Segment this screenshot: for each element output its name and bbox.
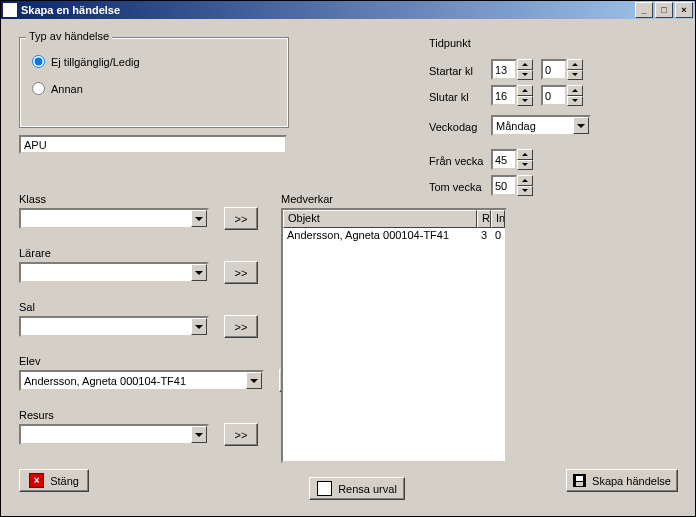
radio-unavailable-input[interactable] [32,55,45,68]
larare-dropdown-button[interactable] [191,264,207,281]
document-icon [317,481,332,496]
minimize-button[interactable]: _ [635,2,653,18]
larare-add-button[interactable]: >> [224,261,258,284]
radio-unavailable[interactable]: Ej tillgänglig/Ledig [32,55,276,68]
from-week-input[interactable] [491,149,517,170]
end-min-up[interactable] [567,85,583,96]
to-week-label: Tom vecka [429,181,482,193]
start-min-input[interactable] [541,59,567,80]
to-week-input[interactable] [491,175,517,196]
start-hour-spinner[interactable] [491,59,533,80]
elev-value: Andersson, Agneta 000104-TF41 [21,375,246,387]
participants-header-row: Objekt R In [283,210,505,228]
close-button-label: Stäng [50,475,79,487]
larare-combo[interactable] [19,262,209,283]
start-hour-up[interactable] [517,59,533,70]
from-week-label: Från vecka [429,155,483,167]
resurs-combo[interactable] [19,424,209,445]
window-title: Skapa en händelse [21,4,633,16]
tidpunkt-heading: Tidpunkt [429,37,471,49]
klass-label: Klass [19,193,46,205]
end-min-input[interactable] [541,85,567,106]
to-week-up[interactable] [517,175,533,186]
end-hour-down[interactable] [517,96,533,107]
start-min-up[interactable] [567,59,583,70]
larare-label: Lärare [19,247,51,259]
app-icon [3,3,17,17]
radio-other-input[interactable] [32,82,45,95]
from-week-down[interactable] [517,160,533,171]
sal-combo[interactable] [19,316,209,337]
subject-input[interactable] [19,135,287,154]
klass-add-button[interactable]: >> [224,207,258,230]
resurs-dropdown-button[interactable] [191,426,207,443]
weekday-label: Veckodag [429,121,477,133]
start-min-spinner[interactable] [541,59,583,80]
clear-button[interactable]: Rensa urval [309,477,405,500]
close-window-button[interactable]: × [675,2,693,18]
radio-unavailable-label: Ej tillgänglig/Ledig [51,56,140,68]
end-hour-spinner[interactable] [491,85,533,106]
to-week-spinner[interactable] [491,175,533,196]
clear-button-label: Rensa urval [338,483,397,495]
close-icon: × [29,473,44,488]
elev-combo[interactable]: Andersson, Agneta 000104-TF41 [19,370,264,391]
col-in[interactable]: In [491,210,505,228]
end-hour-input[interactable] [491,85,517,106]
col-object[interactable]: Objekt [283,210,477,228]
start-min-down[interactable] [567,70,583,81]
start-label: Startar kl [429,65,473,77]
elev-label: Elev [19,355,40,367]
resurs-add-button[interactable]: >> [224,423,258,446]
weekday-combo[interactable]: Måndag [491,115,591,136]
from-week-spinner[interactable] [491,149,533,170]
titlebar: Skapa en händelse _ □ × [1,1,695,19]
klass-combo[interactable] [19,208,209,229]
from-week-up[interactable] [517,149,533,160]
radio-other[interactable]: Annan [32,82,276,95]
event-type-group: Typ av händelse Ej tillgänglig/Ledig Ann… [19,37,289,128]
close-button[interactable]: × Stäng [19,469,89,492]
end-min-down[interactable] [567,96,583,107]
to-week-down[interactable] [517,186,533,197]
start-hour-down[interactable] [517,70,533,81]
maximize-button[interactable]: □ [655,2,673,18]
col-r[interactable]: R [477,210,491,228]
resurs-label: Resurs [19,409,54,421]
weekday-value: Måndag [493,120,573,132]
sal-dropdown-button[interactable] [191,318,207,335]
cell-r: 3 [477,228,491,244]
client-area: Typ av händelse Ej tillgänglig/Ledig Ann… [1,19,695,516]
save-icon [573,474,586,487]
end-min-spinner[interactable] [541,85,583,106]
elev-dropdown-button[interactable] [246,372,262,389]
participants-heading: Medverkar [281,193,333,205]
app-window: Skapa en händelse _ □ × Typ av händelse … [0,0,696,517]
cell-in: 0 [491,228,505,244]
create-button[interactable]: Skapa händelse [566,469,678,492]
end-hour-up[interactable] [517,85,533,96]
end-label: Slutar kl [429,91,469,103]
sal-label: Sal [19,301,35,313]
klass-dropdown-button[interactable] [191,210,207,227]
table-row[interactable]: Andersson, Agneta 000104-TF4130 [283,228,505,244]
sal-add-button[interactable]: >> [224,315,258,338]
event-type-legend: Typ av händelse [26,30,112,42]
participants-table[interactable]: Objekt R In Andersson, Agneta 000104-TF4… [281,208,507,463]
start-hour-input[interactable] [491,59,517,80]
cell-object: Andersson, Agneta 000104-TF41 [283,228,477,244]
radio-other-label: Annan [51,83,83,95]
create-button-label: Skapa händelse [592,475,671,487]
weekday-dropdown-button[interactable] [573,117,589,134]
